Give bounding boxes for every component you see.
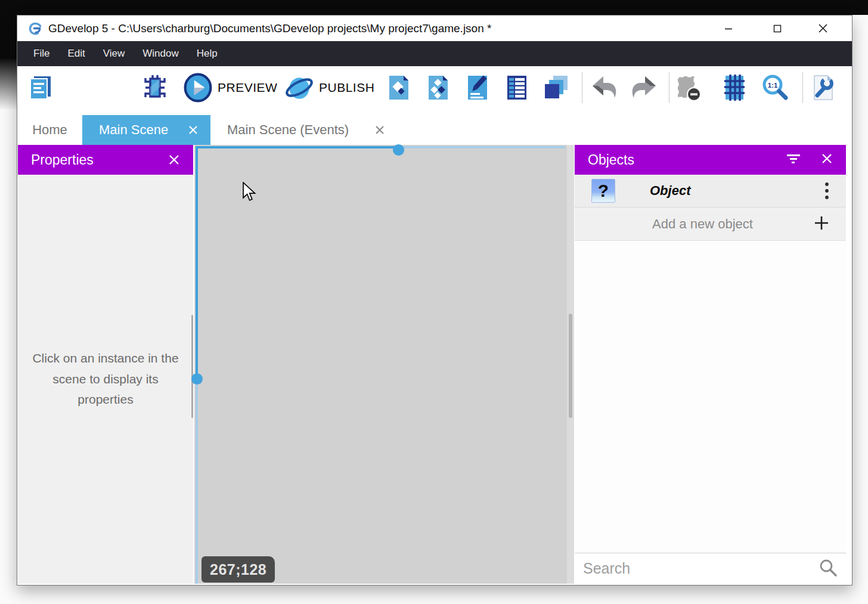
scene-hscroll-track-right[interactable] (398, 146, 565, 148)
deselect-marquee-icon (673, 73, 703, 102)
wrench-doc-icon (808, 73, 837, 102)
title-bar: GDevelop 5 - C:\Users\charburg\Documents… (17, 16, 852, 41)
menu-bar: File Edit View Window Help (17, 41, 852, 66)
zoom-ratio-label: 1:1 (768, 82, 778, 89)
object-name-label: Object (650, 183, 690, 199)
menu-file[interactable]: File (24, 41, 58, 66)
menu-view[interactable]: View (94, 41, 134, 66)
project-manager-icon (26, 73, 55, 102)
publish-button[interactable]: PUBLISH (284, 73, 374, 102)
menu-help[interactable]: Help (188, 41, 227, 66)
preview-play-icon (183, 73, 213, 103)
advanced-settings-button[interactable] (808, 73, 838, 102)
menu-edit[interactable]: Edit (58, 41, 94, 66)
publish-globe-icon (284, 73, 314, 103)
objects-editor-button[interactable] (384, 73, 414, 102)
clear-selection-button[interactable] (673, 73, 703, 102)
object-list-item[interactable]: ? Object (575, 175, 846, 207)
properties-panel-title: Properties (31, 152, 94, 168)
object-search-input[interactable] (583, 560, 819, 577)
menu-window[interactable]: Window (134, 41, 187, 66)
scene-vscroll-track-bottom[interactable] (196, 379, 198, 584)
toolbar: PREVIEW PUBLISH (17, 66, 852, 109)
object-question-icon: ? (591, 179, 615, 203)
tab-main-scene[interactable]: Main Scene (82, 115, 210, 145)
grid-icon (720, 73, 749, 102)
scene-vscroll-track-top[interactable] (196, 146, 198, 379)
objects-panel: Objects ? Object (575, 145, 846, 584)
objects-close-icon[interactable] (821, 153, 833, 167)
scene-right-scrollbar-thumb[interactable] (569, 314, 572, 418)
gdevelop-logo-icon (27, 21, 42, 36)
preview-label: PREVIEW (218, 80, 277, 95)
zoom-original-icon: 1:1 (761, 73, 789, 102)
scene-vscroll-thumb[interactable] (191, 373, 203, 385)
tab-main-scene-events[interactable]: Main Scene (Events) (210, 115, 397, 145)
tab-main-scene-close-icon[interactable] (188, 125, 199, 135)
close-icon (818, 23, 828, 33)
plus-icon[interactable] (814, 215, 829, 233)
properties-panel-body: Click on an instance in the scene to dis… (18, 175, 193, 584)
gdevelop-window: GDevelop 5 - C:\Users\charburg\Documents… (17, 15, 852, 586)
toolbar-separator (802, 72, 803, 103)
toolbar-separator (582, 72, 582, 103)
tab-main-scene-events-label: Main Scene (Events) (227, 122, 349, 138)
tab-main-scene-events-close-icon[interactable] (374, 125, 385, 135)
toolbar-separator (669, 72, 669, 103)
editor-tab-bar: Home Main Scene Main Scene (Events) (17, 109, 852, 145)
add-new-object-button[interactable]: Add a new object (575, 207, 846, 241)
project-manager-button[interactable] (26, 73, 55, 102)
scene-editor: 267;128 (194, 145, 574, 584)
minimize-icon (724, 24, 733, 33)
objects-panel-title: Objects (588, 152, 634, 168)
tab-home[interactable]: Home (27, 115, 72, 145)
instances-stack-icon (542, 73, 571, 102)
add-new-object-label: Add a new object (591, 216, 814, 232)
maximize-icon (773, 24, 782, 33)
layers-editor-button[interactable] (502, 73, 532, 102)
external-events-doc-icon (424, 73, 452, 102)
scene-right-scrollbar-track[interactable] (567, 145, 574, 584)
external-events-button[interactable] (423, 73, 453, 102)
tab-home-label: Home (32, 122, 67, 138)
scene-hscroll-track-left[interactable] (196, 146, 398, 148)
objects-panel-header: Objects (575, 145, 846, 175)
tab-main-scene-label: Main Scene (99, 122, 168, 138)
undo-icon (590, 73, 619, 102)
debugger-button[interactable] (140, 73, 170, 102)
zoom-original-button[interactable]: 1:1 (760, 73, 790, 102)
desktop-background-left (0, 15, 17, 110)
instances-list-button[interactable] (541, 73, 571, 102)
toggle-grid-button[interactable] (720, 73, 749, 102)
desktop-background-top (0, 0, 868, 15)
properties-close-icon[interactable] (168, 154, 180, 166)
scene-hscroll-thumb[interactable] (393, 144, 404, 156)
properties-empty-message: Click on an instance in the scene to dis… (30, 348, 181, 410)
properties-panel-header: Properties (18, 145, 193, 175)
maximize-button[interactable] (764, 16, 791, 41)
redo-icon (630, 73, 658, 102)
objects-filter-icon[interactable] (786, 153, 801, 166)
mouse-cursor-icon (242, 182, 258, 205)
publish-label: PUBLISH (319, 80, 374, 95)
window-title: GDevelop 5 - C:\Users\charburg\Documents… (48, 22, 491, 35)
redo-button[interactable] (629, 73, 659, 102)
close-button[interactable] (809, 16, 836, 41)
undo-button[interactable] (590, 73, 619, 102)
object-search-bar (575, 553, 846, 584)
properties-panel: Properties Click on an instance in the s… (18, 145, 193, 584)
objects-doc-icon (385, 73, 413, 102)
object-menu-dots-icon[interactable] (824, 182, 829, 200)
edit-scene-doc-icon (463, 73, 492, 102)
preview-button[interactable]: PREVIEW (183, 73, 277, 102)
properties-scrollbar[interactable] (191, 315, 193, 418)
edit-scene-properties-button[interactable] (463, 73, 492, 102)
debugger-bug-icon (141, 73, 169, 102)
main-area: Properties Click on an instance in the s… (17, 145, 852, 585)
cursor-coordinates-badge: 267;128 (202, 556, 275, 583)
search-icon (819, 558, 838, 580)
layers-list-doc-icon (503, 73, 531, 102)
scene-canvas[interactable] (194, 145, 567, 584)
minimize-button[interactable] (715, 16, 742, 41)
